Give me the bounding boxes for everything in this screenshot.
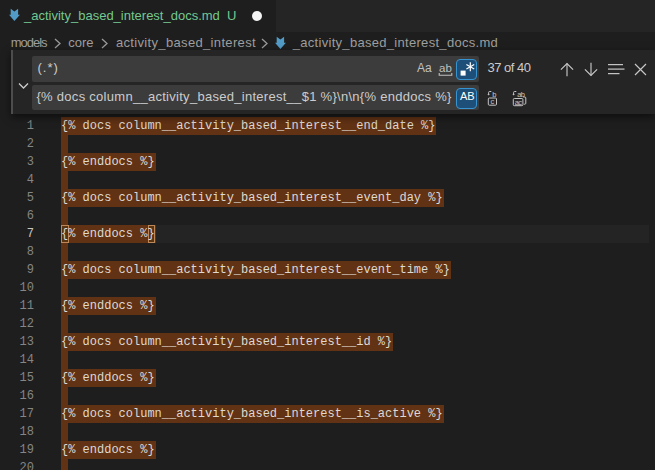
svg-text:ab: ab <box>439 62 452 74</box>
svg-text:c: c <box>491 97 495 106</box>
svg-text:ac: ac <box>515 97 523 106</box>
